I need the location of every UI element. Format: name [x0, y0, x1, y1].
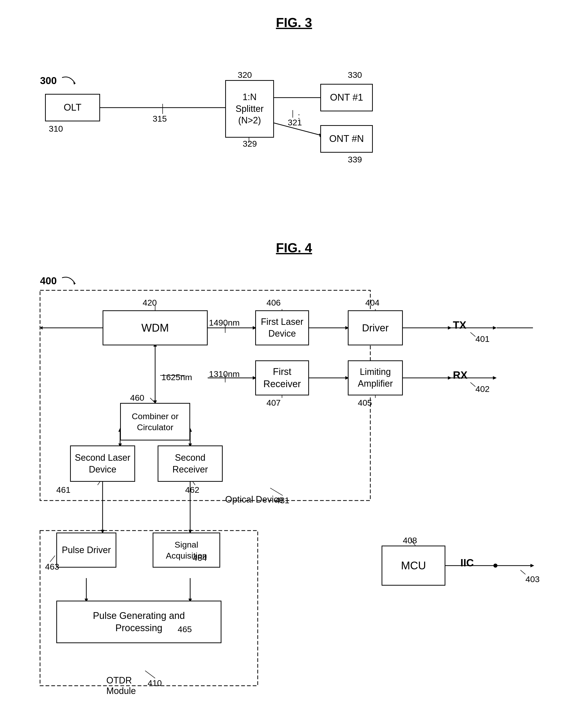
- fig4-diagram-label: 400: [40, 275, 80, 288]
- second-receiver-box: SecondReceiver: [158, 445, 223, 482]
- driver-ref: 404: [365, 298, 380, 308]
- svg-marker-14: [40, 326, 43, 330]
- second-laser-box: Second LaserDevice: [70, 445, 135, 482]
- limiting-amp-box: LimitingAmplifier: [348, 360, 403, 395]
- svg-line-68: [145, 671, 155, 678]
- ont1-ref: 330: [348, 70, 362, 80]
- label-1625nm: 1625nm: [161, 372, 192, 382]
- driver-box: Driver: [348, 310, 403, 345]
- fig4-section: 400 WDM 420 First LaserDevice 406 Driver…: [20, 270, 568, 709]
- fig3-title: FIG. 3: [276, 15, 312, 30]
- mcu-box: MCU: [381, 546, 445, 586]
- first-laser-box: First LaserDevice: [255, 310, 309, 345]
- first-receiver-ref: 407: [266, 398, 281, 408]
- svg-marker-54: [531, 564, 534, 567]
- ontn-box: ONT #N: [320, 125, 373, 153]
- pulse-gen-ref: 465: [178, 624, 192, 634]
- ref-403: 403: [526, 574, 540, 584]
- svg-marker-32: [493, 376, 497, 379]
- fig3-svg: :: [20, 45, 588, 210]
- pulse-driver-box: Pulse Driver: [56, 532, 116, 568]
- ref-402: 402: [475, 384, 490, 394]
- signal-acq-box: Signal Acquisition: [153, 532, 220, 568]
- tx-label: TX: [453, 319, 466, 331]
- svg-line-64: [50, 556, 55, 562]
- rx-label: RX: [453, 369, 467, 381]
- svg-marker-30: [448, 376, 452, 379]
- ref-329: 329: [243, 139, 257, 149]
- olt-ref: 310: [49, 124, 63, 134]
- ref-410: 410: [148, 678, 162, 688]
- svg-marker-21: [448, 326, 452, 330]
- splitter-ref: 320: [238, 70, 252, 80]
- pulse-driver-ref: 463: [45, 562, 59, 572]
- ref-401: 401: [475, 334, 490, 344]
- mcu-ref: 408: [403, 535, 417, 545]
- page: FIG. 3 : 300: [0, 0, 588, 709]
- label-1490nm: 1490nm: [209, 318, 240, 327]
- svg-line-59: [150, 398, 155, 403]
- combiner-box: Combiner orCirculator: [120, 403, 190, 441]
- otdr-label: OTDRModule: [106, 675, 136, 696]
- combiner-ref: 460: [130, 393, 144, 403]
- first-receiver-box: FirstReceiver: [255, 360, 309, 395]
- svg-marker-23: [493, 326, 497, 330]
- svg-line-73: [520, 570, 526, 574]
- svg-line-71: [471, 332, 475, 337]
- second-receiver-ref: 462: [185, 485, 199, 495]
- ref-321: 321: [288, 117, 302, 127]
- fig3-section: : 300 OLT 310 315 1:NSplitter(N>2) 320 3…: [20, 45, 568, 210]
- splitter-box: 1:NSplitter(N>2): [225, 80, 274, 138]
- second-laser-ref: 461: [56, 485, 71, 495]
- label-1310nm: 1310nm: [209, 369, 240, 379]
- fig4-title: FIG. 4: [276, 240, 312, 255]
- optical-device-label: Optical Device: [225, 494, 283, 505]
- ont1-box: ONT #1: [320, 84, 373, 111]
- ref-315: 315: [153, 114, 167, 124]
- svg-line-72: [471, 383, 475, 387]
- pulse-gen-box: Pulse Generating andProcessing: [56, 601, 221, 643]
- signal-acq-ref: 464: [193, 553, 207, 563]
- olt-box: OLT: [45, 94, 100, 122]
- fig3-diagram-label: 300: [40, 75, 80, 87]
- wdm-box: WDM: [103, 310, 208, 345]
- iic-label: IIC: [460, 557, 474, 569]
- svg-point-55: [493, 563, 498, 568]
- wdm-ref: 420: [143, 298, 157, 308]
- first-laser-ref: 406: [266, 298, 281, 308]
- limiting-amp-ref: 405: [358, 398, 372, 408]
- ref-431: 431: [275, 496, 290, 505]
- ontn-ref: 339: [348, 155, 362, 164]
